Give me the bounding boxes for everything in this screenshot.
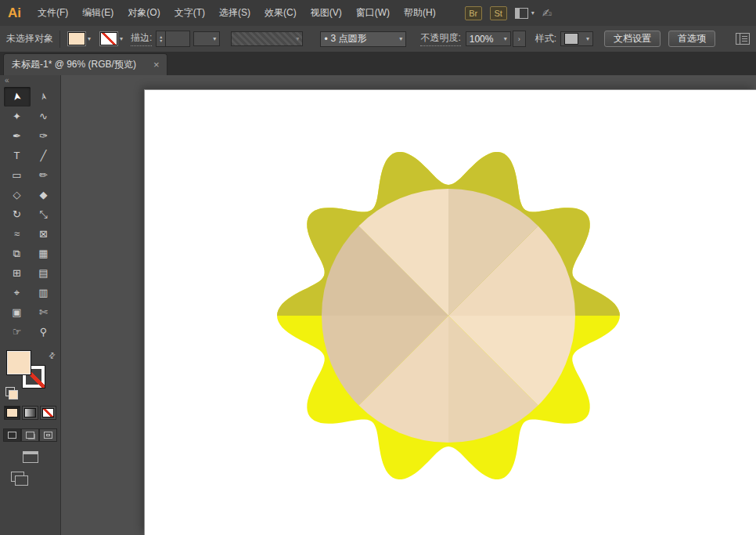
menu-edit[interactable]: 编辑(E) (75, 0, 121, 26)
line-segment-icon: ╱ (41, 150, 47, 161)
shaper-icon: ◇ (13, 189, 21, 201)
chevron-down-icon: ▾ (399, 36, 402, 42)
swap-fill-stroke-icon[interactable]: ⇄ (46, 350, 57, 361)
rectangle-icon: ▭ (12, 169, 21, 181)
tab-close-icon[interactable]: × (153, 60, 160, 70)
illustrator-window: Ai 文件(F)编辑(E)对象(O)文字(T)选择(S)效果(C)视图(V)窗口… (0, 0, 756, 535)
mesh-icon: ⊞ (13, 267, 21, 279)
brush-definition-dropdown[interactable]: • 3 点圆形 ▾ (320, 31, 406, 47)
tool-artboard[interactable]: ▣ (4, 302, 31, 322)
stroke-color-dropdown[interactable]: ▾ (99, 31, 124, 46)
eraser-icon: ◆ (40, 189, 48, 201)
canvas[interactable] (61, 75, 756, 535)
tool-mesh[interactable]: ⊞ (4, 263, 31, 283)
fill-stroke-widget: ⇄ (5, 351, 56, 396)
tool-column-graph[interactable]: ▥ (31, 283, 57, 302)
chevron-down-icon: ▾ (504, 36, 507, 42)
gradient-button[interactable] (22, 406, 38, 420)
default-fill-stroke-icon[interactable] (5, 387, 15, 396)
tool-slice[interactable]: ✄ (31, 302, 57, 322)
flower-artwork[interactable] (268, 136, 628, 496)
control-bar: 未选择对象 ▾ ▾ 描边: ▴ ▾ ▾ ▾ • 3 点圆形 ▾ (0, 26, 756, 52)
tool-hand[interactable]: ☞ (4, 322, 31, 342)
menu-object[interactable]: 对象(O) (121, 0, 167, 26)
tool-perspective-grid[interactable]: ▦ (31, 244, 57, 263)
tool-paintbrush[interactable]: ✏ (31, 165, 57, 185)
touch-workspace-icon[interactable]: ✍ (542, 6, 553, 20)
preferences-button[interactable]: 首选项 (668, 31, 715, 47)
tool-magic-wand[interactable]: ✦ (4, 107, 31, 126)
lasso-icon: ∿ (39, 110, 48, 122)
tool-free-transform[interactable]: ⊠ (31, 224, 57, 244)
style-dropdown[interactable]: ▾ (560, 31, 593, 46)
hand-icon: ☞ (13, 326, 22, 338)
tool-rectangle[interactable]: ▭ (4, 165, 31, 185)
style-swatch (564, 33, 578, 45)
direct-selection-icon: ➢ (37, 92, 50, 102)
color-button[interactable] (4, 406, 20, 420)
tools-grid: ➤➢✦∿✒✑T╱▭✏◇◆↻⤡≈⊠⧉▦⊞▤⌖▥▣✄☞⚲ (0, 87, 60, 342)
tool-rotate[interactable]: ↻ (4, 204, 31, 224)
tools-panel: « ➤➢✦∿✒✑T╱▭✏◇◆↻⤡≈⊠⧉▦⊞▤⌖▥▣✄☞⚲ ⇄ (0, 75, 61, 535)
tool-gradient[interactable]: ▤ (31, 263, 57, 283)
stroke-weight-dropdown[interactable]: ▾ (193, 31, 220, 46)
style-label: 样式: (535, 32, 556, 45)
tool-type[interactable]: T (4, 146, 31, 165)
draw-inside-button[interactable] (39, 428, 57, 442)
bridge-badge[interactable]: Br (465, 6, 482, 20)
stroke-none-swatch (100, 32, 117, 45)
stroke-weight-label[interactable]: 描边: (131, 31, 152, 46)
artboard-icon: ▣ (12, 306, 21, 318)
tool-line-segment[interactable]: ╱ (31, 146, 57, 165)
menu-file[interactable]: 文件(F) (31, 0, 75, 26)
menu-help[interactable]: 帮助(H) (397, 0, 443, 26)
tool-width[interactable]: ≈ (4, 224, 31, 244)
tool-pen[interactable]: ✒ (4, 126, 31, 146)
tool-scale[interactable]: ⤡ (31, 204, 57, 224)
brush-definition-value: 3 点圆形 (331, 32, 367, 45)
zoom-icon: ⚲ (40, 326, 48, 338)
screen-mode-icon[interactable] (23, 451, 38, 463)
fill-color-dropdown[interactable]: ▾ (67, 31, 92, 46)
fill-proxy-swatch[interactable] (7, 351, 31, 374)
opacity-expand-button[interactable]: › (513, 31, 526, 47)
none-button[interactable] (40, 406, 56, 420)
variable-width-profile-dropdown[interactable]: ▾ (231, 31, 303, 46)
menu-view[interactable]: 视图(V) (304, 0, 349, 26)
workspace-switcher[interactable]: ▾ (515, 8, 535, 19)
stock-badge[interactable]: St (490, 6, 507, 20)
tool-curvature[interactable]: ✑ (31, 126, 57, 146)
menu-type[interactable]: 文字(T) (167, 0, 212, 26)
shape-builder-icon: ⧉ (13, 248, 20, 260)
curvature-icon: ✑ (39, 130, 48, 142)
chevron-down-icon: ▾ (586, 36, 589, 42)
document-setup-button[interactable]: 文档设置 (604, 31, 661, 47)
tool-eyedropper[interactable]: ⌖ (4, 283, 31, 302)
control-panel-menu-icon[interactable] (736, 33, 750, 45)
document-tab[interactable]: 未标题-1* @ 96% (RGB/预览) × (3, 53, 167, 75)
tool-shaper[interactable]: ◇ (4, 185, 31, 204)
stacked-panels-icon[interactable] (11, 472, 24, 482)
collapse-panel-icon[interactable]: « (5, 76, 9, 85)
menu-window[interactable]: 窗口(W) (349, 0, 397, 26)
tool-eraser[interactable]: ◆ (31, 185, 57, 204)
document-tab-bar: 未标题-1* @ 96% (RGB/预览) × (0, 52, 756, 76)
tool-lasso[interactable]: ∿ (31, 107, 57, 126)
stroke-weight-stepper[interactable]: ▴ ▾ (156, 31, 190, 47)
draw-normal-button[interactable] (3, 428, 21, 442)
tool-selection[interactable]: ➤ (4, 87, 31, 107)
menu-select[interactable]: 选择(S) (212, 0, 257, 26)
tool-direct-selection[interactable]: ➢ (31, 87, 57, 107)
opacity-dropdown[interactable]: 100% ▾ (466, 31, 511, 46)
tool-zoom[interactable]: ⚲ (31, 322, 57, 342)
artboard[interactable] (145, 90, 756, 535)
opacity-value: 100% (470, 34, 494, 45)
opacity-label[interactable]: 不透明度: (420, 31, 460, 46)
menu-effect[interactable]: 效果(C) (257, 0, 304, 26)
stepper-arrows[interactable]: ▴ ▾ (157, 31, 166, 46)
app-logo: Ai (8, 5, 21, 21)
draw-behind-button[interactable] (21, 428, 39, 442)
tool-shape-builder[interactable]: ⧉ (4, 244, 31, 263)
draw-normal-icon (8, 432, 16, 439)
spin-down-icon[interactable]: ▾ (160, 39, 162, 43)
